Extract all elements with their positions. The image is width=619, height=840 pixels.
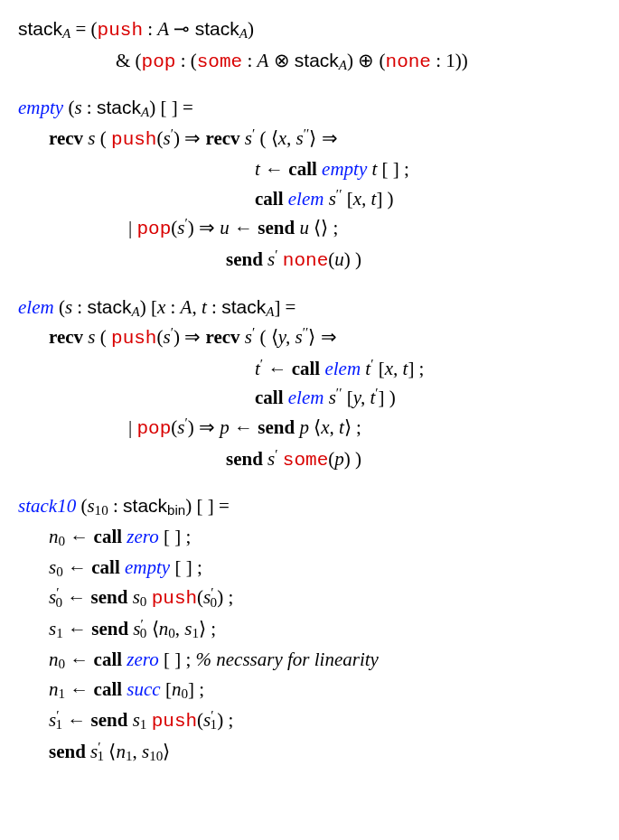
text: ,	[192, 296, 202, 318]
subscript: A	[62, 26, 70, 41]
stack10-sig: stack10 (s10 : stackbin) [ ] =	[18, 491, 601, 522]
text: (	[96, 326, 112, 348]
text: ] =	[274, 296, 295, 318]
vars: y, s	[278, 326, 303, 348]
subscript: 1	[56, 717, 63, 732]
proc-name-empty: empty	[125, 556, 170, 578]
type-name: stack	[123, 495, 167, 516]
text: :	[207, 296, 221, 318]
subscript: 1	[56, 626, 63, 640]
var: s	[245, 326, 252, 348]
kw-recv: recv	[49, 127, 88, 149]
subscript: 10	[149, 749, 163, 763]
text: ) ⇒	[174, 127, 206, 149]
type-def-line-2: & (pop : (some : A ⊗ stackA) ⊕ (none : 1…	[18, 46, 601, 78]
type-name: stack	[295, 50, 339, 70]
kw-recv: recv	[205, 127, 244, 149]
kw-recv: recv	[205, 326, 244, 348]
type-name: stack	[97, 97, 141, 117]
var: u	[220, 217, 230, 238]
proc-name-stack10: stack10	[18, 495, 76, 517]
kw-call: call	[292, 358, 325, 379]
text: ←	[230, 217, 258, 238]
empty-body-4: | pop(s′) ⇒ u ← send u ⟨⟩ ;	[18, 213, 601, 245]
label-pop: pop	[136, 219, 171, 239]
text: & (	[116, 50, 142, 71]
var: s	[142, 741, 149, 762]
elem-body-4: | pop(s′) ⇒ p ← send p ⟨x, t⟩ ;	[18, 413, 601, 444]
text: [	[342, 188, 352, 210]
kw-call: call	[94, 649, 127, 670]
text: ) ⇒	[188, 217, 220, 238]
proc-name-elem: elem	[288, 188, 324, 210]
var: s	[74, 97, 81, 118]
text: [ ] ;	[159, 526, 192, 547]
kw-call: call	[255, 387, 288, 408]
text: ⟨	[146, 618, 158, 639]
text: ⟩ ;	[344, 416, 361, 438]
var: s	[49, 618, 56, 639]
text: :	[72, 296, 87, 318]
text: (	[54, 296, 65, 318]
var: s	[49, 586, 56, 608]
kw-call: call	[94, 526, 127, 547]
subscript: 1	[192, 626, 199, 640]
label-push: push	[98, 20, 143, 41]
var: u	[299, 217, 309, 238]
stack10-body-1: n0 ← call zero [ ] ;	[18, 522, 601, 553]
var: s	[245, 127, 252, 149]
label-pop: pop	[136, 418, 171, 439]
var: s	[87, 495, 94, 517]
typevar: A	[157, 18, 169, 40]
empty-body-5: send s′ none(u) )	[18, 245, 601, 276]
stack10-body-4: s1 ← send s′0 ⟨n0, s1⟩ ;	[18, 614, 601, 645]
proc-name-empty: empty	[322, 158, 367, 180]
proc-name-succ: succ	[127, 678, 160, 700]
var: u	[334, 248, 344, 270]
subscript: A	[239, 26, 248, 41]
text: ) )	[344, 248, 361, 270]
elem-body-3: call elem s′′ [y, t′] )	[18, 383, 601, 413]
proc-name-elem: elem	[288, 387, 324, 408]
elem-body-1: recv s ( push(s′) ⇒ recv s′ ( ⟨y, s′′⟩ ⇒	[18, 322, 601, 354]
vars: x, t	[385, 358, 408, 379]
text: ) [ ] =	[149, 97, 193, 118]
text: ] ;	[408, 358, 424, 379]
subscript: 0	[56, 595, 63, 610]
vars: x, t	[321, 416, 344, 438]
label-some: some	[197, 51, 242, 72]
var: p	[334, 448, 344, 470]
text: ⟩	[163, 741, 170, 762]
var: s	[65, 296, 72, 318]
text: ⟩ ⇒	[308, 326, 336, 348]
subscript: bin	[167, 502, 185, 518]
subscript: 0	[181, 687, 188, 702]
empty-body-2: t ← call empty t [ ] ;	[18, 154, 601, 184]
label-none: none	[283, 250, 328, 271]
subscript: 0	[59, 534, 66, 548]
text: ] )	[376, 188, 393, 210]
var: t	[367, 158, 377, 180]
text: ) ;	[217, 586, 233, 608]
text: :	[143, 18, 157, 40]
proc-name-zero: zero	[127, 526, 158, 547]
text: ) ⊕ (	[347, 50, 386, 71]
var: s	[88, 127, 95, 149]
text: ←	[230, 416, 258, 438]
text: ←	[63, 618, 92, 639]
vars: x, t	[353, 188, 377, 210]
text: ) [ ] =	[185, 495, 230, 517]
text: ←	[260, 158, 289, 180]
subscript: 0	[59, 657, 66, 671]
code-listing: stackA = (push : A ⊸ stackA) & (pop : (s…	[18, 14, 601, 767]
var: x	[157, 296, 165, 318]
var: n	[116, 741, 126, 762]
var: n	[49, 649, 59, 670]
text: ←	[62, 586, 91, 608]
subscript: A	[339, 58, 347, 72]
text: ←	[65, 649, 94, 670]
comment: % necssary for linearity	[196, 649, 379, 670]
var: n	[172, 678, 182, 700]
subscript: 10	[95, 503, 108, 518]
text: : (	[175, 50, 196, 71]
